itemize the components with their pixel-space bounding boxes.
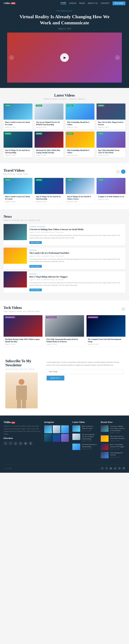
travel-header-left: Travel Videos BEAUTIFUL LAND THAT [4,168,29,175]
footer-news-thumb [101,435,108,442]
nav-logo[interactable]: Vidiho PRO [4,2,16,5]
footer-video-title[interactable]: Must Careful Sea Turtle In Cenote [82,425,97,430]
read-more-link[interactable]: READ MORE › [29,265,42,268]
instagram-thumb[interactable] [61,425,69,433]
video-card[interactable]: Travel Top 2 Most Beautiful Towns Close … [97,132,125,158]
social-rss[interactable]: ☰ [29,442,33,445]
footer-news-date: August 14, 2018 [110,456,125,458]
tech-video-card[interactable]: Technology First Fully Automated Recepti… [45,315,84,346]
bottom-social-fb[interactable]: f [101,467,104,470]
video-card[interactable]: Travel Macbook Pro 2018: Which Mac Lapto… [35,132,63,158]
video-card-date: August 21, 2018 [67,201,93,202]
news-section: News WHAT'S GOING ON IN VIDIHO PRO FILMI… [0,209,129,300]
social-facebook[interactable]: f [4,442,8,445]
tech-video-card[interactable]: Technology MacBook Buying Guide 2018: Wh… [4,315,43,346]
video-card-body: The Secrets Behind The Art Of BAKED Snow… [35,120,63,130]
video-card[interactable]: Travel How Not To Miss Things Festival F… [97,104,125,130]
instagram-thumb[interactable] [44,434,52,442]
tech-card-title: First Fully Automated Reception Desk In … [46,338,82,343]
footer-video-thumb [72,425,80,432]
news-list: FILMING TUTORIAL 3 Secrets to Making You… [4,224,125,293]
social-google[interactable]: g [14,442,18,445]
news-item-title[interactable]: 3 Secrets to Making Your Videos a Succes… [29,228,123,231]
video-card-body: How Not To Miss Things Festival Forever … [97,120,125,130]
video-card[interactable]: Travel Why Friendship Should Be A Choice… [66,104,94,130]
footer-video-item: The Secrets Behind The Art Of Baked Snow… [72,434,97,442]
instagram-thumb[interactable] [61,434,69,442]
video-card-title: The Secrets Behind The Art Of BAKED Snow… [36,121,62,126]
video-thumbnail: Travel [97,104,125,120]
video-card-title: Top 2 Most Beautiful Towns Close To The … [98,149,124,154]
nav-links: Home Videos News About Us Contact BUY NO… [61,2,125,5]
social-linkedin[interactable]: in [19,442,23,445]
instagram-thumb[interactable] [53,425,60,433]
travel-videos-title: Travel Videos [4,168,29,172]
play-button[interactable] [60,53,69,62]
video-card-body: Must Careful Cownta Sea Turtle In Cenote… [4,194,32,204]
footer-news-info: Best 5 Vlog Editing Software for Vlogger… [110,444,125,450]
travel-next-button[interactable]: › [121,170,125,174]
hero-next-button[interactable]: › [115,55,120,60]
video-tag: Travel [5,104,11,106]
news-item: OPINION The Lonely Life of a Professiona… [4,248,125,269]
hero-prev-button[interactable]: ‹ [9,55,14,60]
video-card[interactable]: Travel Why Friendship Should Be A Choice… [66,132,94,158]
tech-next-button[interactable]: › [121,307,125,311]
footer-news-title[interactable]: The Lonely Life of a Professional YouTub… [110,435,125,440]
video-card[interactable]: Travel Must Careful Cownta Sea Turtle In… [4,178,32,204]
footer-col-about: Vidiho PRO Vidiho Pro is a premium WordP… [4,421,41,460]
buy-now-button[interactable]: BUY NOW [112,2,125,5]
nav-home[interactable]: Home [61,2,66,5]
footer-col-recent-news: Recent News 3 Secrets to Making Your Vid… [101,421,125,460]
bottom-social-tw[interactable]: t [105,467,108,470]
nav-about[interactable]: About Us [88,2,98,4]
tech-card-body: My Complete Front End Web Development Se… [86,337,125,346]
social-twitter[interactable]: t [9,442,13,445]
news-item-title[interactable]: The Lonely Life of a Professional YouTub… [29,252,123,254]
instagram-thumb[interactable] [44,425,52,433]
tech-grid: Technology MacBook Buying Guide 2018: Wh… [4,315,125,346]
footer-video-info: The Health Benefits of Skateboarding Aug… [82,444,97,450]
video-card[interactable]: Travel Top 10 Things To See And Do In Sn… [4,132,32,158]
footer-video-title[interactable]: The Secrets Behind The Art Of Baked Snow… [82,434,97,440]
footer-news-list: 3 Secrets to Making Your Videos a Succes… [101,425,125,458]
video-card-title: Macbook Pro 2018: Which Mac Laptop Shoul… [36,149,62,154]
bottom-social-gp[interactable]: g+ [113,467,117,470]
video-card[interactable]: Travel Conquer Car With Without A Cat Au… [97,178,125,204]
footer: Vidiho PRO Vidiho Pro is a premium WordP… [0,416,129,473]
video-card[interactable]: Travel Top 10 Things To See And Be A Cho… [66,178,94,204]
nav-news[interactable]: News [79,2,85,4]
read-more-link[interactable]: READ MORE › [29,241,42,244]
tech-video-card[interactable]: Technology My Complete Front End Web Dev… [86,315,125,346]
footer-bottom: © Powered By f t ▶ g+ in ☰ [4,464,125,470]
travel-prev-button[interactable]: ‹ [116,170,120,174]
video-thumbnail: Travel [35,178,63,194]
video-card-title: Must Careful Cownta Sea Turtle In Cenote [5,121,31,126]
video-card[interactable]: Travel The Secrets Behind The Art Of BAK… [35,104,63,130]
video-card[interactable]: Travel Top 10 Things To See And Do In Sn… [35,178,63,204]
video-thumbnail: Travel [35,132,63,148]
tech-card-body: First Fully Automated Reception Desk In … [45,337,84,346]
instagram-thumb[interactable] [53,434,60,442]
hero-category: Technology [7,10,122,12]
read-more-link[interactable]: READ MORE › [29,288,42,291]
nav-contact[interactable]: Contact [100,2,110,4]
bottom-social-in[interactable]: in [118,467,121,470]
news-item: FILMING TUTORIAL 3 Secrets to Making You… [4,224,125,246]
footer-news-title[interactable]: About Blogging On YouTube [110,452,125,456]
footer-video-title[interactable]: The Health Benefits of Skateboarding [82,444,97,448]
bottom-social-rs[interactable]: ☰ [122,467,125,470]
bottom-social-yt[interactable]: ▶ [109,467,112,470]
social-youtube[interactable]: ▶ [24,442,28,445]
hero-section: Technology Virtual Reality Is Already Ch… [0,6,129,88]
news-tag: FILMING TUTORIAL [29,226,123,228]
nav-videos[interactable]: Videos [69,2,76,4]
newsletter-signup-button[interactable]: SIGN UP > [47,376,64,380]
footer-news-title[interactable]: 3 Secrets to Making Your Videos a Succes… [110,425,125,432]
newsletter-subtitle: JOIN OUR MAILING LIST TODAY [5,368,41,370]
news-item-title[interactable]: Best 5 Vlog Editing Software for Vlogger… [29,276,123,278]
newsletter-email-input[interactable] [47,369,124,374]
footer-news-title[interactable]: Best 5 Vlog Editing Software for Vlogger… [110,444,125,448]
footer-video-info: Must Careful Sea Turtle In Cenote August… [82,425,97,432]
video-card[interactable]: Travel Must Careful Cownta Sea Turtle In… [4,104,32,130]
